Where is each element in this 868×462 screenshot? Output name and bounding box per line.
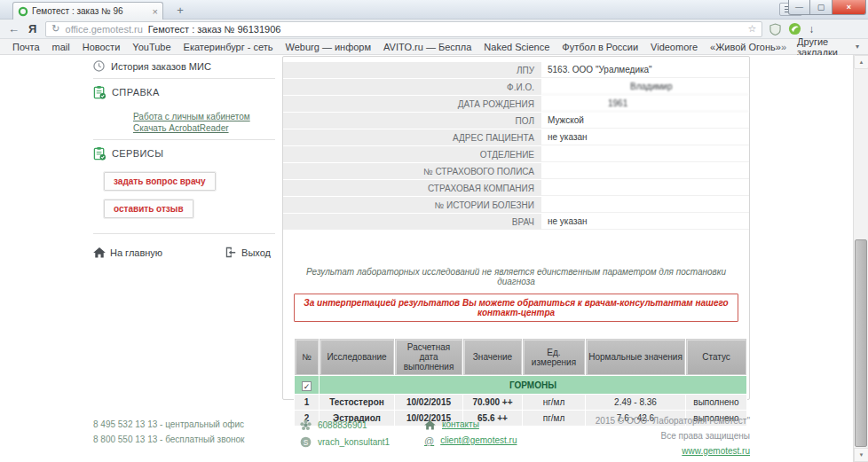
form-row: АДРЕС ПАЦИЕНТА не указан	[283, 129, 749, 145]
title-bar: Гемотест : заказ № 96 × + — ▢ ×	[0, 0, 868, 20]
skype-login[interactable]: vrach_konsultant1	[318, 434, 390, 450]
bookmark-item[interactable]: YouTube	[132, 42, 170, 52]
sidebar-history-label: История заказов МИС	[111, 61, 211, 72]
bookmark-item[interactable]: Новости	[83, 42, 121, 52]
form-row: № СТРАХОВОГО ПОЛИСА	[283, 163, 749, 179]
yandex-logo[interactable]: Я	[28, 22, 36, 35]
cell-unit: пг/мл	[523, 411, 585, 426]
home-link-label: На главную	[110, 247, 162, 258]
toolbar-icons: ↓	[769, 22, 814, 35]
phone-central-office: 8 495 532 13 13 - центральный офис	[93, 417, 244, 432]
browser-tab[interactable]: Гемотест : заказ № 96 ×	[12, 2, 163, 20]
link-acrobat-reader[interactable]: Скачать AcrobatReader	[133, 123, 275, 133]
download-icon[interactable]: ↓	[809, 23, 814, 35]
field-value-insurance	[541, 180, 749, 196]
group-checkbox[interactable]: ✓	[302, 381, 312, 391]
order-details-panel: ЛПУ 5163. ООО "Уралмедика" Ф.И.О. Владим…	[282, 56, 750, 400]
interpretation-warning: За интерпретацией результатов Вы можете …	[294, 294, 738, 322]
sidebar-help-label: СПРАВКА	[112, 87, 160, 98]
leave-feedback-button[interactable]: оставить отзыв	[104, 200, 193, 218]
bookmark-item[interactable]: Футбол в России	[562, 42, 638, 52]
email-link-label: client@gemotest.ru	[440, 433, 517, 449]
home-link[interactable]: На главную	[93, 247, 162, 258]
table-row: 1 Тестостерон 10/02/2015 70.900 ++ нг/мл…	[295, 395, 746, 410]
sidebar-item-history[interactable]: История заказов МИС	[93, 60, 275, 72]
form-row: ЛПУ 5163. ООО "Уралмедика"	[283, 62, 749, 78]
logout-link[interactable]: Выход	[225, 247, 271, 258]
new-tab-button[interactable]: +	[170, 4, 190, 18]
bookmark-star-icon[interactable]: ☆	[747, 23, 756, 35]
bookmark-item[interactable]: Weburg — информ	[286, 42, 372, 52]
lab-disclaimer-text: Результат лабораторных исследований не я…	[283, 267, 749, 286]
scrollbar-thumb[interactable]	[855, 239, 867, 447]
vertical-scrollbar[interactable]: ▲ ▼	[853, 55, 868, 462]
tab-close-icon[interactable]: ×	[153, 6, 158, 17]
at-icon: @	[424, 433, 434, 449]
url-domain: office.gemotest.ru	[66, 24, 143, 35]
sidebar-section-help[interactable]: СПРАВКА	[93, 85, 275, 99]
tab-title: Гемотест : заказ № 96	[32, 6, 123, 16]
turbo-icon[interactable]	[788, 22, 801, 35]
bookmarks-bar: Почта mail Новости YouTube Екатеринбург …	[0, 39, 868, 55]
contacts-link[interactable]: контакты	[424, 417, 517, 433]
other-bookmarks-button[interactable]: Другие закладки	[797, 36, 848, 58]
bookmark-item[interactable]: Naked Science	[484, 42, 549, 52]
gemotest-favicon	[18, 6, 28, 17]
cell-num: 1	[295, 395, 319, 410]
field-label: ВРАЧ	[283, 214, 541, 230]
minimize-button[interactable]: —	[788, 0, 810, 15]
form-row: ДАТА РОЖДЕНИЯ 1961	[283, 96, 749, 112]
field-label: № СТРАХОВОГО ПОЛИСА	[283, 163, 541, 179]
bookmark-item[interactable]: mail	[52, 42, 70, 52]
ask-doctor-button[interactable]: задать вопрос врачу	[104, 172, 216, 191]
url-page-title: Гемотест : заказ № 96131906	[148, 24, 281, 35]
refresh-icon[interactable]: ↻	[51, 23, 59, 35]
bookmark-item[interactable]: AVITO.ru — Беспла	[383, 42, 471, 52]
exit-icon	[225, 247, 237, 258]
scroll-up-icon[interactable]: ▲	[854, 55, 868, 69]
col-header-num: №	[295, 339, 319, 375]
email-link[interactable]: @ client@gemotest.ru	[424, 433, 517, 449]
sidebar: История заказов МИС СПРАВКА Работа с лич…	[93, 60, 275, 258]
address-bar: ← Я ↻ office.gemotest.ru Гемотест : зака…	[0, 20, 868, 39]
col-header-date: Расчетная дата выполнения	[395, 339, 462, 375]
cell-date: 10/02/2015	[395, 395, 462, 410]
gemotest-site-link[interactable]: www.gemotest.ru	[682, 446, 750, 456]
sidebar-section-services[interactable]: СЕРВИСЫ	[93, 146, 275, 161]
scroll-down-icon[interactable]: ▼	[854, 448, 868, 462]
chevron-down-icon: ▾	[856, 43, 859, 51]
page-content: История заказов МИС СПРАВКА Работа с лич…	[0, 55, 868, 462]
form-row: Ф.И.О. Владимир	[283, 79, 749, 95]
field-value-address: не указан	[541, 129, 749, 145]
maximize-button[interactable]: ▢	[810, 0, 832, 15]
bookmark-item[interactable]: Videomore	[651, 42, 698, 52]
form-row: ПОЛ Мужской	[283, 113, 749, 129]
divider	[93, 139, 275, 140]
field-label: ЛПУ	[283, 62, 541, 78]
help-links: Работа с личным кабинетом Скачать Acroba…	[133, 112, 275, 133]
link-personal-cabinet[interactable]: Работа с личным кабинетом	[133, 112, 275, 121]
back-icon[interactable]: ←	[8, 22, 20, 35]
field-value-birthdate: 1961	[541, 96, 749, 112]
field-label: № ИСТОРИИ БОЛЕЗНИ	[283, 197, 541, 213]
bookmark-item[interactable]: Почта	[12, 42, 40, 52]
bookmark-item[interactable]: Екатеринбург - сеть	[184, 42, 273, 52]
skype-icon: S	[300, 436, 312, 448]
shield-icon[interactable]	[769, 23, 781, 35]
field-label: ДАТА РОЖДЕНИЯ	[283, 96, 541, 112]
close-button[interactable]: ×	[832, 0, 866, 15]
field-label: Ф.И.О.	[283, 79, 541, 95]
bookmark-item[interactable]: «Живой Огонь»	[710, 42, 781, 52]
clipboard-check-icon	[93, 146, 107, 161]
field-label: АДРЕС ПАЦИЕНТА	[283, 129, 541, 145]
cell-test: Тестостерон	[320, 395, 394, 410]
divider	[93, 78, 275, 79]
logout-link-label: Выход	[241, 247, 271, 258]
url-input[interactable]: ↻ office.gemotest.ru Гемотест : заказ № …	[45, 21, 762, 37]
bookmarks-overflow-icon[interactable]: »	[781, 42, 786, 52]
group-checkbox-cell: ✓	[295, 376, 319, 394]
footer-messengers: 6088836901 S vrach_konsultant1	[300, 417, 390, 450]
footer-copyright: 2015 © ООО "Лаборатория Гемотест" Все пр…	[596, 413, 750, 458]
field-value-doctor: не указан	[541, 214, 749, 230]
form-row: СТРАХОВАЯ КОМПАНИЯ	[283, 180, 749, 196]
